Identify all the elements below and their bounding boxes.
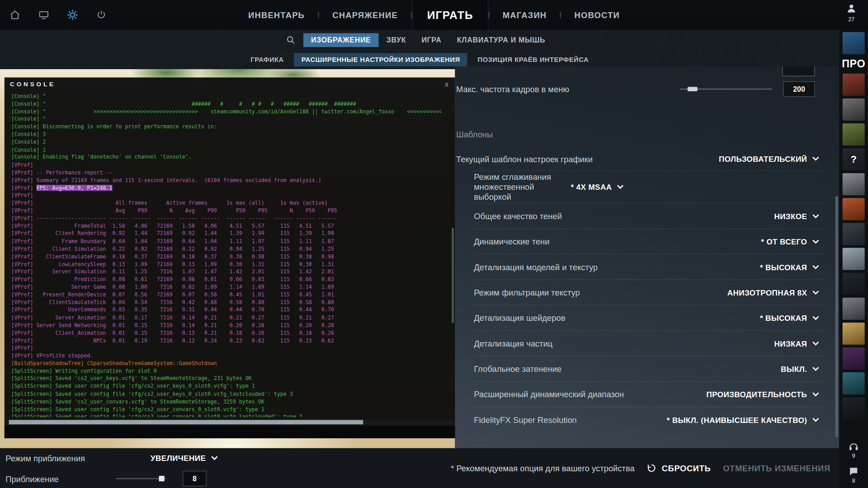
setting-dropdown[interactable]: * 4X MSAA bbox=[571, 183, 624, 192]
zoom-level-row: Приближение 8 bbox=[5, 470, 206, 487]
setting-label: Режим сглаживания множественной выборкой bbox=[474, 172, 571, 202]
sidebar-avatar-tile[interactable] bbox=[843, 372, 865, 394]
nav-loadout[interactable]: СНАРЯЖЕНИЕ bbox=[319, 10, 411, 20]
setting-row: Общее качество тенейНИЗКОЕ bbox=[474, 203, 825, 228]
console-line: [VProf] NPCs 0.01 0.19 7316 0.12 0.24 0.… bbox=[11, 337, 452, 344]
sidebar-tiles: ПРО? bbox=[842, 32, 865, 422]
console-horizontal-scrollbar[interactable] bbox=[5, 419, 454, 425]
console-vertical-scrollbar[interactable] bbox=[452, 228, 454, 323]
search-icon[interactable] bbox=[286, 35, 296, 45]
chevron-down-icon bbox=[812, 418, 819, 422]
menu-icon-group bbox=[9, 0, 108, 30]
setting-row: Глобальное затенениеВЫКЛ. bbox=[474, 356, 825, 381]
chevron-down-icon bbox=[812, 366, 819, 371]
voice-chat-button[interactable]: 9 bbox=[848, 441, 860, 459]
settings-gear-icon[interactable] bbox=[66, 9, 79, 21]
console-line: [VProf] Server Simulation 0.11 1.25 7316… bbox=[11, 268, 452, 276]
sidebar-avatar-tile[interactable] bbox=[843, 99, 865, 121]
zoom-value[interactable]: 8 bbox=[183, 471, 207, 486]
scrollbar-thumb[interactable] bbox=[9, 420, 363, 424]
setting-label: Макс. частота кадров в меню bbox=[456, 84, 680, 94]
setting-row: Режим фильтрации текстурАНИЗОТРОПНАЯ 8X bbox=[474, 279, 825, 305]
nav-play[interactable]: ИГРАТЬ bbox=[412, 0, 488, 30]
console-line: [VProf] VProfLite stopped. bbox=[11, 352, 452, 360]
zoom-slider[interactable] bbox=[116, 475, 166, 482]
zoom-mode-dropdown[interactable]: УВЕЛИЧЕНИЕ bbox=[151, 454, 218, 463]
console-line: [VProf] Client_Animation 0.01 0.15 7316 … bbox=[11, 329, 452, 337]
max-fps-menu-slider[interactable] bbox=[680, 86, 772, 92]
setting-label: Детализация частиц bbox=[474, 338, 774, 348]
sidebar-avatar-tile[interactable]: ? bbox=[843, 148, 865, 170]
cs2-settings-screen: Макс. частота кадров в меню 200 Шаблоны … bbox=[0, 0, 868, 488]
recommended-note: * Рекомендуемая опция для вашего устройс… bbox=[451, 464, 635, 473]
sidebar-avatar-tile[interactable] bbox=[843, 397, 865, 419]
graphics-template-dropdown[interactable]: ПОЛЬЗОВАТЕЛЬСКИЙ bbox=[719, 155, 819, 164]
console-line: [Console] 3 bbox=[11, 131, 452, 138]
cropped-setting-value-box[interactable] bbox=[782, 66, 815, 76]
reset-button[interactable]: СБРОСИТЬ bbox=[647, 463, 711, 473]
sidebar-avatar-tile[interactable] bbox=[843, 323, 865, 345]
console-line: [VProf] Present_RenderDevice 0.07 0.56 7… bbox=[11, 291, 452, 299]
power-icon[interactable] bbox=[95, 9, 108, 21]
console-line: [VProf] bbox=[11, 161, 452, 169]
sidebar-avatar-tile[interactable] bbox=[843, 298, 865, 320]
chevron-down-icon bbox=[812, 239, 819, 244]
voice-count: 9 bbox=[852, 453, 855, 459]
tab-keyboard-mouse[interactable]: КЛАВИАТУРА И МЫШЬ bbox=[449, 33, 553, 47]
setting-dropdown[interactable]: ПРОИЗВОДИТЕЛЬНОСТЬ bbox=[706, 390, 819, 399]
subtab-hud-edge-positions[interactable]: ПОЗИЦИЯ КРАЁВ ИНТЕРФЕЙСА bbox=[471, 53, 596, 66]
settings-rows: Режим сглаживания множественной выборкой… bbox=[474, 170, 825, 432]
setting-dropdown[interactable]: АНИЗОТРОПНАЯ 8X bbox=[727, 288, 820, 297]
nav-inventory[interactable]: ИНВЕНТАРЬ bbox=[235, 10, 318, 20]
console-line: [VProf] ClientSimulateFrame 0.18 0.37 72… bbox=[11, 253, 452, 260]
screen-icon[interactable] bbox=[38, 9, 50, 21]
slider-thumb[interactable] bbox=[159, 476, 164, 481]
slider-thumb[interactable] bbox=[688, 87, 698, 91]
settings-scrollbar[interactable] bbox=[835, 197, 838, 437]
tab-audio[interactable]: ЗВУК bbox=[379, 33, 414, 47]
close-icon[interactable]: x bbox=[443, 80, 449, 88]
nav-news[interactable]: НОВОСТИ bbox=[561, 10, 633, 20]
setting-row: Детализация частицНИЗКАЯ bbox=[474, 330, 825, 356]
setting-label: Динамические тени bbox=[474, 237, 761, 246]
player-avatar[interactable]: 27 bbox=[841, 3, 861, 22]
sidebar-avatar-tile[interactable] bbox=[843, 273, 865, 295]
console-line: [Console] Disconnecting in order to prin… bbox=[11, 123, 452, 131]
setting-dropdown[interactable]: * ВЫСОКАЯ bbox=[760, 263, 819, 272]
subtab-advanced-video[interactable]: РАСШИРЕННЫЕ НАСТРОЙКИ ИЗОБРАЖЕНИЯ bbox=[294, 53, 467, 66]
sidebar-avatar-tile[interactable] bbox=[843, 223, 865, 245]
sidebar-avatar-tile[interactable] bbox=[843, 123, 865, 145]
console-line: [SplitScreen] Saved user config file 'cf… bbox=[11, 413, 452, 417]
setting-label: Приближение bbox=[5, 474, 116, 483]
chat-button[interactable]: 8 bbox=[848, 466, 859, 483]
tab-video[interactable]: ИЗОБРАЖЕНИЕ bbox=[303, 33, 379, 47]
setting-label: Режим приближения bbox=[5, 453, 151, 463]
sidebar-avatar-tile[interactable] bbox=[843, 173, 865, 195]
console-line: [VProf] Frame Boundary 0.64 1.04 72169 0… bbox=[11, 237, 452, 245]
subtab-graphics[interactable]: ГРАФИКА bbox=[243, 53, 291, 66]
setting-dropdown[interactable]: ВЫКЛ. bbox=[781, 364, 819, 373]
setting-dropdown[interactable]: * ОТ ВСЕГО bbox=[761, 237, 819, 246]
sidebar-avatar-tile[interactable] bbox=[843, 74, 865, 96]
sidebar-avatar-tile[interactable] bbox=[843, 248, 865, 270]
home-icon[interactable] bbox=[9, 9, 21, 21]
console-line: [VProf] bbox=[11, 344, 452, 352]
sidebar-avatar-tile[interactable] bbox=[843, 32, 865, 54]
chevron-down-icon bbox=[211, 456, 218, 460]
tab-game[interactable]: ИГРА bbox=[414, 33, 449, 47]
setting-label: Детализация шейдеров bbox=[474, 313, 760, 323]
cancel-changes-button[interactable]: ОТМЕНИТЬ ИЗМЕНЕНИЯ bbox=[723, 464, 830, 473]
setting-dropdown[interactable]: НИЗКОЕ bbox=[774, 211, 819, 221]
sidebar-avatar-tile[interactable] bbox=[843, 198, 865, 220]
max-fps-menu-value[interactable]: 200 bbox=[783, 81, 815, 97]
video-subtabs: ГРАФИКА РАСШИРЕННЫЕ НАСТРОЙКИ ИЗОБРАЖЕНИ… bbox=[0, 53, 839, 66]
console-line: [BuildSparseShadowTree] CSparseShadowTre… bbox=[11, 360, 452, 367]
console-line: [SplitScreen] Saved 'cs2_user_keys.vcfg'… bbox=[11, 375, 452, 383]
console-line: [SplitScreen] Saved user config file 'cf… bbox=[11, 382, 452, 390]
setting-dropdown[interactable]: * ВЫСОКАЯ bbox=[760, 314, 819, 323]
setting-dropdown[interactable]: НИЗКАЯ bbox=[774, 339, 819, 348]
nav-store[interactable]: МАГАЗИН bbox=[489, 10, 560, 20]
setting-dropdown[interactable]: * ВЫКЛ. (НАИВЫСШЕЕ КАЧЕСТВО) bbox=[667, 415, 819, 424]
sidebar-avatar-tile[interactable] bbox=[843, 347, 865, 370]
console-bottom-edge bbox=[5, 426, 455, 438]
